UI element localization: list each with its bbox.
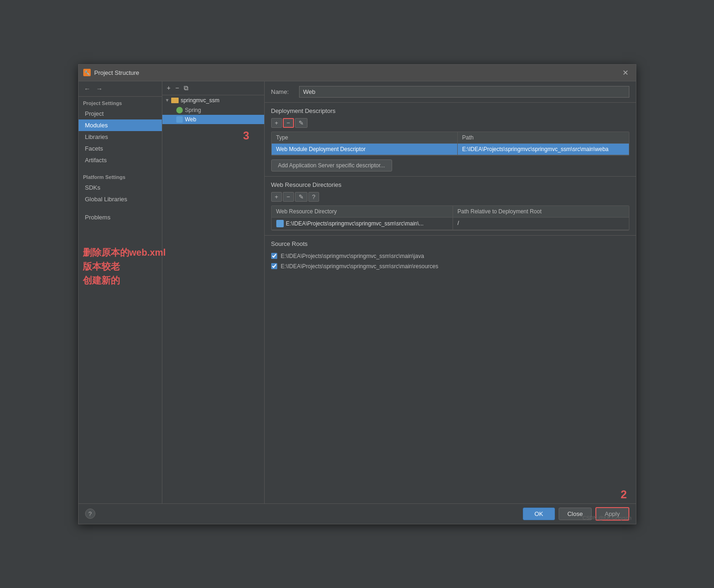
sidebar-item-artifacts[interactable]: Artifacts: [79, 154, 162, 166]
tree-web-node[interactable]: Web: [162, 115, 264, 124]
source-root-resources: E:\IDEA\Projects\springmvc\springmvc_ssm…: [271, 261, 629, 271]
tree-root-node[interactable]: ▼ springmvc_ssm: [162, 95, 264, 106]
forward-button[interactable]: →: [94, 84, 105, 93]
bottom-bar: ? OK Close Apply: [79, 503, 636, 524]
sidebar-item-sdks[interactable]: SDKs: [79, 182, 162, 193]
dd-table-row[interactable]: Web Module Deployment Descriptor E:\IDEA…: [272, 144, 629, 155]
wrd-dir-cell: E:\IDEA\Projects\springmvc\springmvc_ssm…: [272, 218, 453, 230]
app-icon: 🔧: [83, 69, 91, 76]
sidebar: ← → Project Settings Project Modules Lib…: [79, 81, 162, 503]
wrd-dir-path: E:\IDEA\Projects\springmvc\springmvc_ssm…: [286, 220, 424, 227]
dd-type-header: Type: [272, 132, 458, 143]
deployment-toolbar: + − ✎: [271, 118, 629, 128]
deployment-descriptors-title: Deployment Descriptors: [271, 107, 629, 114]
source-root-resources-checkbox[interactable]: [271, 263, 277, 269]
source-root-java-checkbox[interactable]: [271, 253, 277, 259]
wrd-relative-path-cell: /: [453, 218, 464, 230]
tree-copy-button[interactable]: ⧉: [182, 83, 190, 93]
wrd-toolbar: + − ✎ ?: [271, 192, 629, 202]
dd-edit-button[interactable]: ✎: [295, 118, 307, 128]
wrd-add-button[interactable]: +: [271, 192, 282, 202]
sidebar-item-facets[interactable]: Facets: [79, 143, 162, 154]
right-panel: Name: Deployment Descriptors + − ✎ Type …: [265, 81, 636, 503]
folder-icon: [171, 98, 179, 103]
name-label: Name:: [271, 88, 294, 95]
dialog-title: Project Structure: [94, 69, 620, 76]
sidebar-item-project[interactable]: Project: [79, 108, 162, 119]
tree-expand-icon: ▼: [165, 98, 170, 103]
add-server-descriptor-button[interactable]: Add Application Server specific descript…: [271, 159, 392, 172]
name-row: Name:: [265, 81, 636, 103]
web-resource-directories-section: Web Resource Directories + − ✎ ? Web Res…: [265, 177, 636, 236]
dd-remove-button[interactable]: −: [283, 118, 294, 128]
platform-settings-header: Platform Settings: [79, 171, 162, 182]
source-roots-section: Source Roots E:\IDEA\Projects\springmvc\…: [265, 236, 636, 276]
ok-button[interactable]: OK: [523, 508, 555, 520]
tree-web-label: Web: [185, 116, 196, 123]
tree-toolbar: + − ⧉: [162, 81, 264, 95]
source-root-java: E:\IDEA\Projects\springmvc\springmvc_ssm…: [271, 251, 629, 261]
tree-panel: + − ⧉ ▼ springmvc_ssm Spring Web: [162, 81, 265, 503]
name-input[interactable]: [299, 86, 629, 98]
tree-spring-node[interactable]: Spring: [162, 106, 264, 115]
wrd-edit-button[interactable]: ✎: [295, 192, 307, 202]
title-bar: 🔧 Project Structure ✕: [79, 65, 636, 81]
sidebar-item-libraries[interactable]: Libraries: [79, 131, 162, 143]
action-buttons: OK Close Apply: [523, 507, 629, 521]
tree-spring-label: Spring: [185, 107, 201, 113]
dd-type-cell: Web Module Deployment Descriptor: [272, 144, 458, 155]
help-button[interactable]: ?: [85, 509, 95, 519]
spring-icon: [176, 107, 183, 113]
deployment-descriptors-section: Deployment Descriptors + − ✎ Type Path W…: [265, 103, 636, 177]
tree-remove-button[interactable]: −: [173, 83, 181, 92]
project-settings-header: Project Settings: [79, 97, 162, 108]
wrd-table: Web Resource Directory Path Relative to …: [271, 205, 629, 231]
wrd-rel-path-header: Path Relative to Deployment Root: [453, 206, 629, 217]
project-structure-dialog: 🔧 Project Structure ✕ ← → Project Settin…: [78, 64, 636, 524]
source-root-resources-path: E:\IDEA\Projects\springmvc\springmvc_ssm…: [281, 263, 439, 270]
tree-root-label: springmvc_ssm: [180, 97, 219, 104]
wrd-dir-header: Web Resource Directory: [272, 206, 453, 217]
sidebar-item-problems[interactable]: Problems: [79, 211, 162, 223]
dd-path-cell: E:\IDEA\Projects\springmvc\springmvc_ssm…: [458, 144, 629, 155]
wrd-title: Web Resource Directories: [271, 181, 629, 188]
close-icon[interactable]: ✕: [620, 67, 631, 78]
main-content: ← → Project Settings Project Modules Lib…: [79, 81, 636, 503]
source-root-java-path: E:\IDEA\Projects\springmvc\springmvc_ssm…: [281, 253, 424, 259]
wrd-folder-icon: [276, 220, 284, 227]
tree-add-button[interactable]: +: [165, 83, 173, 92]
dd-path-header: Path: [458, 132, 629, 143]
apply-button[interactable]: Apply: [595, 507, 629, 521]
wrd-remove-button[interactable]: −: [283, 192, 294, 202]
sidebar-item-global-libraries[interactable]: Global Libraries: [79, 193, 162, 205]
wrd-help-button[interactable]: ?: [308, 192, 319, 202]
nav-buttons: ← →: [79, 81, 162, 97]
close-button[interactable]: Close: [559, 508, 592, 520]
wrd-table-row[interactable]: E:\IDEA\Projects\springmvc\springmvc_ssm…: [272, 218, 629, 230]
sidebar-item-modules[interactable]: Modules: [79, 119, 162, 131]
wrd-table-header: Web Resource Directory Path Relative to …: [272, 206, 629, 218]
web-icon: [176, 116, 183, 123]
source-roots-title: Source Roots: [271, 240, 629, 247]
dd-add-button[interactable]: +: [271, 118, 282, 128]
dd-table-header: Type Path: [272, 132, 629, 144]
back-button[interactable]: ←: [82, 84, 93, 93]
deployment-descriptors-table: Type Path Web Module Deployment Descript…: [271, 132, 629, 156]
